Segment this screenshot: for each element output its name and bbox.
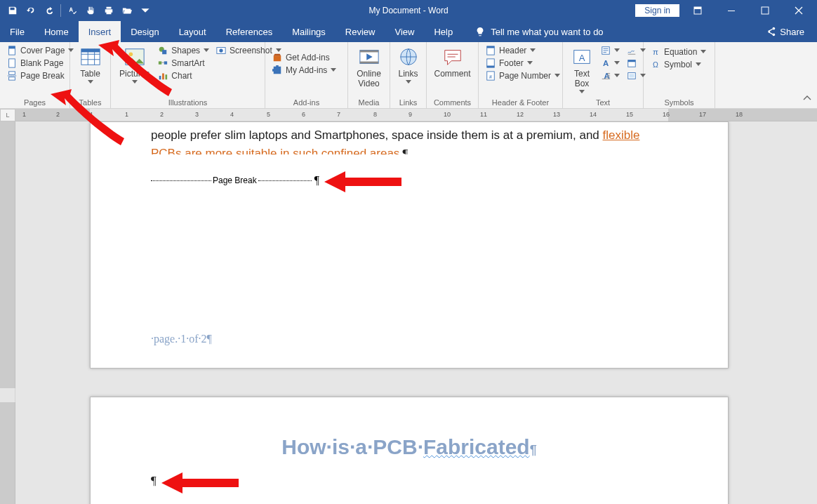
qat-more-icon[interactable] bbox=[137, 2, 154, 19]
wordart-button[interactable]: A bbox=[598, 58, 623, 69]
share-button[interactable]: Share bbox=[766, 21, 817, 42]
hyperlink-text[interactable]: PCBs are more suitable in such confined … bbox=[151, 147, 399, 154]
tab-view[interactable]: View bbox=[385, 21, 424, 42]
ruler-row: L 121123456789101112131415161718 bbox=[0, 109, 817, 121]
sign-in-button[interactable]: Sign in bbox=[635, 4, 679, 17]
chevron-down-icon bbox=[579, 90, 585, 94]
quick-parts-button[interactable] bbox=[598, 45, 623, 56]
tab-file[interactable]: File bbox=[0, 21, 34, 42]
page-number-button[interactable]: #Page Number bbox=[483, 70, 563, 81]
equation-button[interactable]: πEquation bbox=[648, 46, 709, 58]
document-title: My Document - Word bbox=[368, 6, 448, 15]
tab-insert[interactable]: Insert bbox=[79, 21, 121, 42]
links-button[interactable]: Links bbox=[394, 45, 423, 86]
svg-rect-6 bbox=[9, 59, 15, 67]
text-box-button[interactable]: A Text Box bbox=[567, 45, 597, 95]
paragraph-mark: ¶ bbox=[312, 174, 319, 187]
svg-rect-10 bbox=[81, 49, 99, 53]
online-video-button[interactable]: Online Video bbox=[352, 45, 385, 90]
title-bar: My Document - Word Sign in bbox=[0, 0, 817, 21]
group-illustrations-label: Illustrations bbox=[115, 98, 260, 107]
blank-page-button[interactable]: Blank Page bbox=[4, 58, 77, 69]
chevron-down-icon bbox=[88, 80, 93, 84]
footer-button[interactable]: Footer bbox=[483, 58, 563, 69]
svg-rect-3 bbox=[762, 7, 769, 14]
tab-references[interactable]: References bbox=[216, 21, 282, 42]
chevron-down-icon bbox=[614, 61, 620, 65]
tab-help[interactable]: Help bbox=[424, 21, 463, 42]
document-area: people prefer slim laptops and Smartphon… bbox=[0, 121, 817, 504]
symbol-button[interactable]: ΩSymbol bbox=[648, 59, 709, 70]
chart-button[interactable]: Chart bbox=[155, 70, 212, 81]
heading-2[interactable]: How·is·a·PCB·Fabricated¶ bbox=[151, 435, 667, 459]
group-pages-label: Pages bbox=[4, 98, 65, 107]
collapse-ribbon-icon[interactable] bbox=[803, 93, 811, 105]
vertical-ruler[interactable] bbox=[0, 121, 15, 504]
qat-separator bbox=[60, 4, 61, 17]
wordart-icon: A bbox=[601, 58, 611, 68]
spelling-icon[interactable] bbox=[64, 2, 81, 19]
svg-rect-14 bbox=[162, 50, 166, 54]
close-icon[interactable] bbox=[783, 1, 814, 20]
ribbon-display-icon[interactable] bbox=[682, 1, 713, 20]
chevron-down-icon bbox=[331, 68, 336, 72]
paragraph-mark: ¶ bbox=[530, 443, 537, 457]
svg-rect-31 bbox=[487, 66, 495, 68]
empty-paragraph[interactable]: ¶ bbox=[151, 472, 667, 490]
pictures-button[interactable]: Pictures bbox=[115, 45, 154, 86]
svg-rect-5 bbox=[9, 46, 15, 49]
page-break-label: Page Break bbox=[211, 175, 258, 185]
svg-text:#: # bbox=[489, 74, 492, 79]
maximize-icon[interactable] bbox=[750, 1, 781, 20]
comment-button[interactable]: Comment bbox=[430, 45, 475, 80]
group-media-label: Media bbox=[352, 98, 385, 107]
group-symbols: πEquation ΩSymbol Symbols bbox=[644, 42, 715, 108]
svg-text:Ω: Ω bbox=[653, 60, 658, 69]
paragraph-mark: ¶ bbox=[151, 474, 157, 487]
save-icon[interactable] bbox=[4, 2, 21, 19]
print-icon[interactable] bbox=[100, 2, 117, 19]
page-break-indicator[interactable]: Page Break ¶ bbox=[151, 174, 667, 187]
svg-rect-40 bbox=[628, 60, 636, 62]
symbol-icon: Ω bbox=[651, 60, 660, 69]
group-media: Online Video Media bbox=[348, 42, 390, 108]
body-paragraph[interactable]: people prefer slim laptops and Smartphon… bbox=[151, 126, 667, 154]
hyperlink-text[interactable]: flexible bbox=[603, 128, 640, 142]
open-icon[interactable] bbox=[119, 2, 135, 19]
svg-rect-1 bbox=[694, 7, 701, 9]
svg-text:π: π bbox=[653, 48, 658, 56]
undo-icon[interactable] bbox=[22, 2, 39, 19]
shapes-button[interactable]: Shapes bbox=[155, 45, 212, 56]
tab-mailings[interactable]: Mailings bbox=[282, 21, 336, 42]
group-tables: Table Tables bbox=[70, 42, 111, 108]
chevron-down-icon bbox=[406, 80, 411, 84]
page-break-button[interactable]: Page Break bbox=[4, 70, 77, 81]
cover-page-button[interactable]: Cover Page bbox=[4, 45, 77, 56]
redo-icon[interactable] bbox=[41, 2, 58, 19]
quick-access-toolbar bbox=[0, 2, 154, 19]
tell-me-search[interactable]: Tell me what you want to do bbox=[463, 21, 603, 42]
comment-icon bbox=[442, 46, 463, 67]
chevron-down-icon bbox=[204, 48, 209, 53]
spelling-error-word[interactable]: Fabricated bbox=[423, 435, 530, 458]
smartart-button[interactable]: SmartArt bbox=[155, 58, 212, 69]
my-addins-button[interactable]: My Add-ins bbox=[270, 65, 339, 76]
svg-rect-16 bbox=[164, 61, 167, 64]
tab-design[interactable]: Design bbox=[121, 21, 168, 42]
tab-home[interactable]: Home bbox=[34, 21, 79, 42]
header-button[interactable]: Header bbox=[483, 45, 563, 56]
signature-icon bbox=[627, 46, 637, 55]
page-break-icon bbox=[7, 71, 17, 81]
page-1: people prefer slim laptops and Smartphon… bbox=[90, 121, 729, 369]
get-addins-button[interactable]: Get Add-ins bbox=[270, 52, 339, 63]
svg-rect-15 bbox=[159, 61, 161, 64]
table-button[interactable]: Table bbox=[76, 45, 105, 86]
page-number-icon: # bbox=[486, 71, 496, 81]
minimize-icon[interactable] bbox=[716, 1, 747, 20]
hand-icon[interactable] bbox=[82, 2, 99, 19]
tab-review[interactable]: Review bbox=[336, 21, 385, 42]
drop-cap-button[interactable]: A bbox=[598, 70, 623, 81]
tab-layout[interactable]: Layout bbox=[169, 21, 216, 42]
text-box-icon: A bbox=[571, 46, 592, 67]
ruler-corner[interactable]: L bbox=[0, 109, 15, 121]
